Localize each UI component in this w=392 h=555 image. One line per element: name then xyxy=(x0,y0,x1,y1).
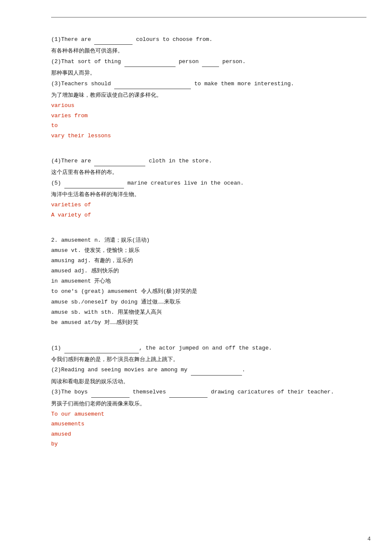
page-container: (1)There are colours to choose from. 有各种… xyxy=(0,0,392,555)
q3-text-after: to make them more interesting. xyxy=(191,81,294,87)
answer-amusements: amusements xyxy=(51,419,366,429)
q2-blank2 xyxy=(202,57,219,67)
question-3-cn: 为了增加趣味，教师应该使自己的课多样化。 xyxy=(51,90,366,100)
vocab-amusement-header: 2. amusement n. 消遣；娱乐(活动) xyxy=(51,235,366,246)
q8-blank2 xyxy=(169,387,208,397)
q6-blank xyxy=(64,343,139,353)
question-4-cn: 这个店里有各种各样的布。 xyxy=(51,167,366,177)
q8-blank1 xyxy=(91,387,130,397)
phrase-amuse-sb-by-doing: amuse sb./oneself by doing 通过做……来取乐 xyxy=(51,297,366,307)
question-5-cn: 海洋中生活着各种各样的海洋生物。 xyxy=(51,189,366,199)
q8-text-after: drawing caricatures of their teacher. xyxy=(208,389,334,395)
q2-blank1 xyxy=(124,57,176,67)
q2-text-after: person. xyxy=(219,58,245,65)
top-border xyxy=(51,17,366,17)
q6-text-after: , the actor jumped on and off the stage. xyxy=(139,345,272,351)
question-8-en: (3)The boys themselves drawing caricatur… xyxy=(51,387,366,397)
question-3-en: (3)Teachers should to make them more int… xyxy=(51,79,366,89)
phrase-in-amusement: in amusement 开心地 xyxy=(51,276,366,286)
answer-to: to xyxy=(51,121,366,130)
question-6-en: (1) , the actor jumped on and off the st… xyxy=(51,343,366,353)
q6-text-before: (1) xyxy=(51,345,64,351)
vocab-amuse: amuse vt. 使发笑，使愉快；娱乐 xyxy=(51,246,366,256)
answer-varieties-of: varieties of xyxy=(51,200,366,210)
question-7-en: (2)Reading and seeing movies are among m… xyxy=(51,365,366,375)
q1-text-before: (1)There are xyxy=(51,36,94,43)
question-7-cn: 阅读和看电影是我的娱乐活动。 xyxy=(51,376,366,386)
phrase-amuse-sb-with-sth: amuse sb. with sth. 用某物使某人高兴 xyxy=(51,307,366,318)
q4-text-before: (4)There are xyxy=(51,158,94,164)
q4-blank xyxy=(94,156,145,166)
section-variety: (4)There are cloth in the store. 这个店里有各种… xyxy=(51,156,366,220)
q4-text-after: cloth in the store. xyxy=(145,158,212,164)
section-various: (1)There are colours to choose from. 有各种… xyxy=(51,35,366,141)
q5-text-after: marine creatures live in the ocean. xyxy=(124,180,244,186)
q7-text-before: (2)Reading and seeing movies are among m… xyxy=(51,367,191,373)
answer-by: by xyxy=(51,439,366,449)
answer-varies-from: varies from xyxy=(51,111,366,121)
q5-text-before: (5) xyxy=(51,180,64,186)
vocab-amused: amused adj. 感到快乐的 xyxy=(51,266,366,276)
section-amusement-exercises: (1) , the actor jumped on and off the st… xyxy=(51,343,366,449)
question-1-en: (1)There are colours to choose from. xyxy=(51,35,366,45)
answer-amused: amused xyxy=(51,429,366,439)
question-4-en: (4)There are cloth in the store. xyxy=(51,156,366,166)
answer-vary-their-lessons: vary their lessons xyxy=(51,131,366,141)
question-1-cn: 有各种各样的颜色可供选择。 xyxy=(51,46,366,55)
q2-text-mid: person xyxy=(176,58,202,65)
q1-text-after: colours to choose from. xyxy=(133,36,212,43)
question-6-cn: 令我们感到有趣的是，那个演员在舞台上跳上跳下。 xyxy=(51,354,366,364)
q7-text-after: . xyxy=(242,367,245,373)
q8-text-mid: themselves xyxy=(130,389,170,395)
question-2-cn: 那种事因人而异。 xyxy=(51,68,366,78)
q7-blank xyxy=(191,365,242,375)
q5-blank xyxy=(64,178,124,188)
vocab-amusing: amusing adj. 有趣的，逗乐的 xyxy=(51,256,366,266)
question-2-en: (2)That sort of thing person person. xyxy=(51,57,366,67)
q3-blank xyxy=(114,79,191,89)
question-5-en: (5) marine creatures live in the ocean. xyxy=(51,178,366,188)
answer-to-our-amusement: To our amusement xyxy=(51,409,366,419)
q3-text-before: (3)Teachers should xyxy=(51,81,114,87)
answer-a-variety-of: A variety of xyxy=(51,210,366,220)
question-8-cn: 男孩子们画他们老师的漫画像来取乐。 xyxy=(51,399,366,408)
phrase-be-amused-at-by: be amused at/by 对……感到好笑 xyxy=(51,318,366,328)
q2-text-before: (2)That sort of thing xyxy=(51,58,124,65)
page-number: 4 xyxy=(367,536,371,542)
answer-various: various xyxy=(51,101,366,110)
q8-text-before: (3)The boys xyxy=(51,389,91,395)
q1-blank xyxy=(94,35,133,45)
vocab-amusement-section: 2. amusement n. 消遣；娱乐(活动) amuse vt. 使发笑，… xyxy=(51,235,366,327)
phrase-to-ones-amusement: to one's (great) amusement 令人感到(极)好笑的是 xyxy=(51,286,366,297)
